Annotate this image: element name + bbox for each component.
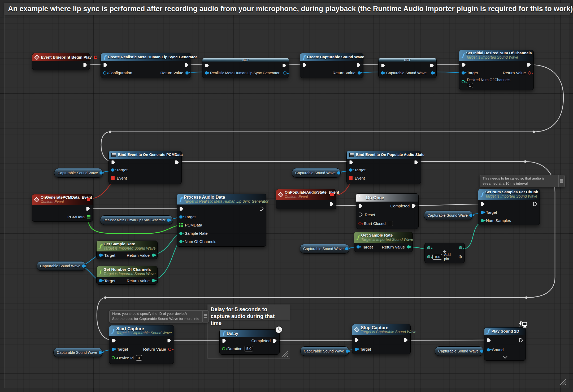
node-header[interactable]: ƒ Get Number Of Channels Target is Impor…	[97, 266, 157, 277]
exec-in-pin[interactable]	[205, 63, 209, 68]
delegate-pin[interactable]	[87, 198, 90, 201]
exec-in-pin[interactable]	[103, 63, 107, 67]
add-pin-icon[interactable]: ⊕	[458, 255, 462, 259]
node-header[interactable]: ƒ Set Num Samples Per Chunk Target is Im…	[478, 189, 540, 200]
return-value-pin[interactable]	[358, 71, 361, 75]
exec-out-pin[interactable]	[184, 63, 189, 67]
node-stop-capture[interactable]: Stop Capture Target is Capturable Sound …	[352, 324, 411, 354]
tooltip-pin-icon[interactable]	[203, 310, 209, 323]
node-on-populate-event[interactable]: OnPopulateAudioState_Event Custom Event	[276, 189, 336, 209]
exec-in-pin[interactable]	[487, 338, 491, 342]
start-closed-pin[interactable]	[358, 222, 362, 225]
node-header[interactable]: OnGeneratePCMData_Event Custom Event	[32, 194, 93, 205]
node-create-capturable[interactable]: ƒ Create Capturable Sound Wave Return Va…	[300, 53, 363, 78]
exec-out-pin[interactable]	[533, 202, 537, 206]
node-header[interactable]: SET	[379, 58, 436, 62]
target-pin[interactable]	[99, 279, 102, 282]
exec-in-pin[interactable]	[381, 63, 385, 68]
wire-object[interactable]	[433, 72, 462, 72]
tooltip-pin-icon[interactable]	[559, 175, 565, 187]
exec-in-pin[interactable]	[222, 339, 226, 343]
wire-exec[interactable]	[406, 340, 487, 340]
node-header[interactable]: ƒ Create Capturable Sound Wave	[300, 53, 363, 61]
exec-in-pin[interactable]	[481, 202, 485, 206]
node-get-num-channels[interactable]: ƒ Get Number Of Channels Target is Impor…	[96, 266, 158, 285]
variable-out-pin[interactable]	[431, 71, 434, 75]
start-closed-checkbox[interactable]	[388, 221, 393, 226]
variable-out-pin[interactable]	[469, 214, 472, 217]
exec-out-pin[interactable]	[282, 63, 286, 68]
num-channels-pin[interactable]	[179, 240, 183, 243]
variable-out-pin[interactable]	[480, 350, 483, 353]
node-header[interactable]: Event Blueprint Begin Play	[32, 53, 90, 61]
exec-out-pin[interactable]	[83, 63, 87, 67]
node-header[interactable]: Bind Event to On Populate Audio State	[347, 151, 421, 159]
exec-out-pin[interactable]	[404, 338, 408, 342]
sample-rate-pin[interactable]	[179, 232, 183, 235]
target-pin[interactable]	[357, 245, 360, 249]
event-delegate-pin[interactable]	[111, 176, 115, 180]
divide-input-a-pin[interactable]	[427, 246, 430, 249]
variable-getter-generator[interactable]: Realistic Meta Human Lip Sync Generator	[100, 215, 173, 225]
target-pin[interactable]	[179, 215, 183, 219]
node-header[interactable]: ƒ Get Sample Rate Target is Imported Sou…	[97, 241, 157, 251]
target-pin[interactable]	[112, 348, 115, 351]
exec-out-pin[interactable]	[259, 207, 264, 211]
variable-getter-capturable-sound-wave[interactable]: Capturable Sound Wave	[53, 348, 103, 357]
node-header[interactable]: OnPopulateAudioState_Event Custom Event	[276, 189, 336, 200]
exec-in-pin[interactable]	[355, 338, 359, 342]
variable-out-pin[interactable]	[345, 247, 348, 250]
return-value-pin[interactable]	[152, 254, 155, 257]
wire-exec[interactable]	[415, 204, 482, 206]
node-play-sound-2d[interactable]: ƒ Play Sound 2D Sound	[484, 327, 526, 361]
variable-getter-capturable-sound-wave[interactable]: Capturable Sound Wave	[37, 261, 86, 271]
exec-in-pin[interactable]	[349, 160, 353, 164]
node-do-once[interactable]: 1→ Do Once Completed Reset Start Closed	[356, 193, 419, 229]
variable-out-pin[interactable]	[167, 219, 170, 222]
exec-out-pin[interactable]	[527, 63, 531, 67]
node-header[interactable]: ƒ Delay	[220, 330, 279, 337]
exec-in-pin[interactable]	[111, 160, 115, 164]
event-delegate-pin[interactable]	[349, 176, 353, 180]
node-header[interactable]: Bind Event to On Generate PCMData	[109, 151, 181, 159]
sound-pin[interactable]	[487, 348, 490, 351]
node-bind-populate[interactable]: Bind Event to On Populate Audio State Ta…	[346, 151, 421, 184]
target-pin[interactable]	[355, 348, 358, 351]
node-header[interactable]: Stop Capture Target is Capturable Sound …	[352, 324, 410, 335]
device-id-value[interactable]: 0	[136, 355, 142, 361]
node-create-generator[interactable]: ƒ Create Realistic Meta Human Lip Sync G…	[101, 53, 191, 78]
exec-out-pin[interactable]	[519, 338, 523, 342]
variable-getter-capturable-sound-wave[interactable]: Capturable Sound Wave	[292, 168, 341, 178]
reset-exec-in-pin[interactable]	[358, 212, 363, 217]
variable-out-pin[interactable]	[337, 171, 340, 175]
node-on-generate-event[interactable]: OnGeneratePCMData_Event Custom Event PCM…	[32, 194, 93, 222]
exec-in-pin[interactable]	[179, 207, 184, 211]
variable-out-pin[interactable]	[99, 351, 102, 354]
node-set-generator[interactable]: SET Realistic Meta Human Lip Sync Genera…	[202, 58, 289, 78]
target-pin[interactable]	[99, 254, 102, 257]
advanced-pins-chevron[interactable]	[503, 354, 507, 359]
completed-exec-out-pin[interactable]	[273, 339, 277, 343]
variable-out-pin[interactable]	[283, 71, 286, 75]
desired-num-value[interactable]: 1	[467, 83, 473, 88]
return-value-pin[interactable]	[528, 71, 531, 75]
node-delay[interactable]: ƒ Delay Completed Duration 5.0	[219, 329, 280, 355]
node-get-sample-rate-2[interactable]: ƒ Get Sample Rate Target is Imported Sou…	[354, 232, 413, 252]
exec-out-pin[interactable]	[414, 160, 418, 164]
node-header[interactable]: ƒ Process Audio Data Target is Realistic…	[177, 194, 266, 204]
pcm-data-array-pin[interactable]	[179, 223, 183, 227]
variable-in-pin[interactable]	[205, 71, 208, 75]
return-value-pin[interactable]	[152, 279, 155, 282]
node-process-audio[interactable]: ƒ Process Audio Data Target is Realistic…	[177, 194, 266, 247]
exec-in-pin[interactable]	[112, 338, 116, 343]
node-header[interactable]: ƒ Start Capture Target is Capturable Sou…	[109, 325, 174, 336]
num-samples-pin[interactable]	[481, 219, 484, 222]
duration-pin[interactable]	[222, 347, 225, 350]
exec-out-pin[interactable]	[329, 202, 334, 206]
node-bind-generate[interactable]: Bind Event to On Generate PCMData Target…	[108, 151, 182, 184]
configuration-pin[interactable]	[103, 71, 106, 75]
reroute-node[interactable]	[109, 131, 111, 133]
node-divide[interactable]: ÷ 100 Add pin ⊕	[424, 243, 465, 263]
pcm-data-array-pin[interactable]	[87, 215, 90, 219]
node-header[interactable]: ƒ Set Initial Desired Num Of Channels Ta…	[459, 50, 533, 61]
